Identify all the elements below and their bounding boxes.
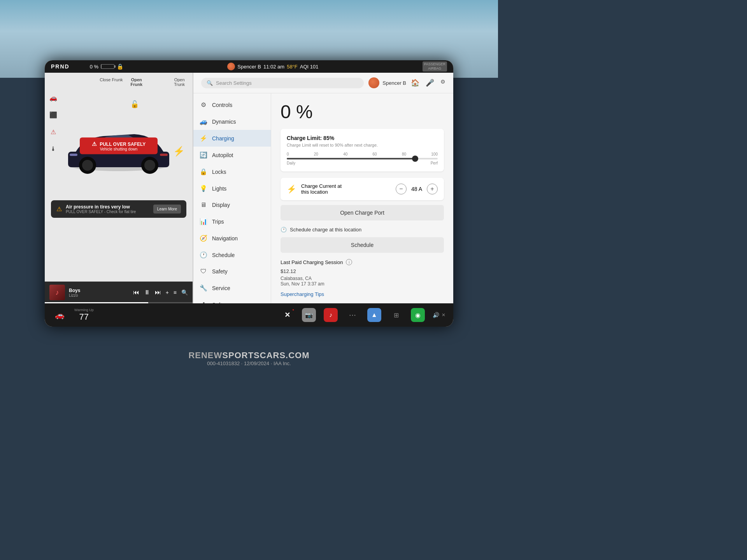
charge-increase-btn[interactable]: +: [427, 184, 438, 194]
info-icon[interactable]: i: [346, 259, 352, 265]
paid-session-header: Last Paid Charging Session i: [281, 259, 444, 265]
sidebar-item-trips[interactable]: 📊 Trips: [193, 213, 271, 230]
supercharging-tips-link[interactable]: Supercharging Tips: [281, 291, 444, 297]
paid-session-label: Last Paid Charging Session: [281, 259, 343, 265]
open-frunk-btn[interactable]: OpenFrunk: [131, 77, 143, 87]
lightning-bolt-icon: ⚡: [173, 146, 185, 157]
maps-app-btn[interactable]: ▲: [367, 308, 381, 322]
sidebar-item-navigation[interactable]: 🧭 Navigation: [193, 230, 271, 247]
settings-body: ⚙ Controls 🚙 Dynamics ⚡ Charging 🔄: [193, 93, 453, 303]
tire-warning-banner: ⚠ Air pressure in tires very low PULL OV…: [51, 200, 186, 218]
svg-point-3: [82, 160, 93, 171]
more-apps-btn[interactable]: ···: [345, 308, 359, 322]
charge-limit-section: Charge Limit: 85% Charge Limit will rese…: [281, 129, 444, 172]
slider-thumb[interactable]: [412, 156, 418, 162]
status-bar: PRND 0 % 🔒 Spencer B 11:02 am 58°F AQI 1…: [45, 60, 453, 73]
sidebar-item-software[interactable]: ⬇ Software: [193, 296, 271, 303]
paid-session-section: Last Paid Charging Session i $12.12 Cala…: [281, 259, 444, 287]
sidebar-item-dynamics[interactable]: 🚙 Dynamics: [193, 113, 271, 130]
music-player: ♪ Boys Lizzo ⏮ ⏸ ⏭ + ≡ 🔍: [45, 282, 193, 303]
mic-icon[interactable]: 🎤: [426, 79, 434, 87]
open-trunk-btn[interactable]: OpenTrunk: [174, 77, 185, 87]
renew-text: RENEW: [188, 350, 222, 360]
sidebar-item-lights[interactable]: 💡 Lights: [193, 180, 271, 197]
sidebar-item-locks[interactable]: 🔒 Locks: [193, 163, 271, 180]
schedule-section: 🕐 Schedule charge at this location: [281, 227, 444, 233]
battery-fill: [101, 65, 102, 68]
temp-value: 77: [74, 312, 94, 322]
open-charge-port-btn[interactable]: Open Charge Port: [281, 205, 444, 220]
search-music-btn[interactable]: 🔍: [181, 289, 188, 296]
sidebar-item-autopilot[interactable]: 🔄 Autopilot: [193, 147, 271, 163]
pull-over-sub: Vehicle shutting down: [86, 147, 151, 151]
autopilot-label: Autopilot: [212, 152, 233, 158]
car-display: ⚠ PULL OVER SAFELY Vehicle shutting down…: [45, 91, 193, 200]
schedule-label: Schedule charge at this location: [290, 227, 361, 233]
add-btn[interactable]: +: [166, 289, 169, 296]
search-box[interactable]: 🔍 Search Settings: [201, 78, 364, 88]
learn-more-button[interactable]: Learn More: [153, 205, 181, 214]
song-info: Boys Lizzo: [69, 288, 129, 298]
watermark-sub: 000-41031832 · 12/09/2024 · IAA Inc.: [0, 360, 498, 366]
next-track-btn[interactable]: ⏭: [155, 289, 161, 296]
navigation-label: Navigation: [212, 235, 238, 242]
sidebar-item-display[interactable]: 🖥 Display: [193, 197, 271, 213]
daily-label: Daily: [287, 161, 295, 165]
close-frunk-btn[interactable]: Close Frunk: [100, 77, 123, 87]
status-user-name: Spencer B: [237, 64, 261, 70]
car-home-icon[interactable]: 🚗: [53, 308, 67, 322]
status-time: 11:02 am: [263, 64, 284, 70]
music-progress-fill: [45, 302, 148, 303]
svg-rect-6: [70, 154, 77, 156]
charging-label: Charging: [212, 135, 234, 142]
navigation-icon: 🧭: [200, 234, 207, 242]
search-icon: 🔍: [207, 80, 213, 86]
settings-header: 🔍 Search Settings Spencer B 🏠 🎤 ⚙: [193, 73, 453, 93]
settings-icon[interactable]: ⚙: [440, 79, 445, 87]
charge-current-section: ⚡ Charge Current atthis location − 48 A …: [281, 178, 444, 200]
sidebar-item-charging[interactable]: ⚡ Charging: [193, 130, 271, 147]
song-artist: Lizzo: [69, 293, 129, 298]
right-panel: 🔍 Search Settings Spencer B 🏠 🎤 ⚙: [193, 73, 453, 303]
pause-btn[interactable]: ⏸: [144, 289, 150, 296]
green-app-btn[interactable]: ◉: [411, 308, 425, 322]
charge-current-label: Charge Current atthis location: [301, 183, 396, 195]
svg-rect-7: [160, 154, 168, 156]
svg-point-5: [144, 160, 155, 171]
volume-icon[interactable]: 🔊: [433, 312, 439, 318]
sidebar-item-controls[interactable]: ⚙ Controls: [193, 96, 271, 113]
sidebar-item-safety[interactable]: 🛡 Safety: [193, 263, 271, 280]
car-controls-top: Close Frunk OpenFrunk OpenTrunk: [45, 73, 193, 91]
charge-limit-title: Charge Limit: 85%: [287, 135, 438, 141]
safety-icon: 🛡: [200, 268, 207, 275]
album-art: ♪: [49, 285, 65, 300]
music-app-btn[interactable]: ♪: [324, 308, 338, 322]
sidebar-item-service[interactable]: 🔧 Service: [193, 280, 271, 296]
taskbar-temp: Warming Up 77: [74, 308, 94, 322]
tire-warning-main: Air pressure in tires very low: [66, 204, 149, 210]
header-user-name: Spencer B: [382, 80, 406, 86]
music-progress-bar: [45, 302, 193, 303]
left-panel: 🚗 ⬛ ⚠ 🌡 Close Frunk OpenFrunk Op: [45, 73, 193, 303]
music-controls[interactable]: ⏮ ⏸ ⏭ + ≡ 🔍: [133, 289, 188, 296]
x-app-btn[interactable]: ✕: [280, 308, 294, 322]
charge-decrease-btn[interactable]: −: [396, 184, 407, 194]
home-icon[interactable]: 🏠: [411, 79, 419, 87]
lights-icon: 💡: [200, 185, 207, 192]
song-title: Boys: [69, 288, 129, 293]
search-placeholder: Search Settings: [216, 80, 252, 86]
charging-content: 0 % Charge Limit: 85% Charge Limit will …: [271, 93, 453, 303]
grid-app-btn[interactable]: ⊞: [389, 308, 403, 322]
charge-slider-track[interactable]: [287, 158, 438, 159]
sidebar-item-schedule[interactable]: 🕐 Schedule: [193, 247, 271, 263]
user-avatar: [368, 77, 379, 88]
settings-sidebar: ⚙ Controls 🚙 Dynamics ⚡ Charging 🔄: [193, 93, 271, 303]
sportscars-text: SPORTSCARS.COM: [222, 350, 309, 360]
screen-bezel: PRND 0 % 🔒 Spencer B 11:02 am 58°F AQI 1…: [45, 60, 453, 327]
camera-app-btn[interactable]: 📷: [302, 308, 316, 322]
queue-btn[interactable]: ≡: [174, 289, 177, 296]
tire-warning-text: Air pressure in tires very low PULL OVER…: [66, 204, 149, 214]
mute-x[interactable]: ✕: [442, 312, 445, 318]
prev-track-btn[interactable]: ⏮: [133, 289, 139, 296]
schedule-button[interactable]: Schedule: [281, 237, 444, 253]
